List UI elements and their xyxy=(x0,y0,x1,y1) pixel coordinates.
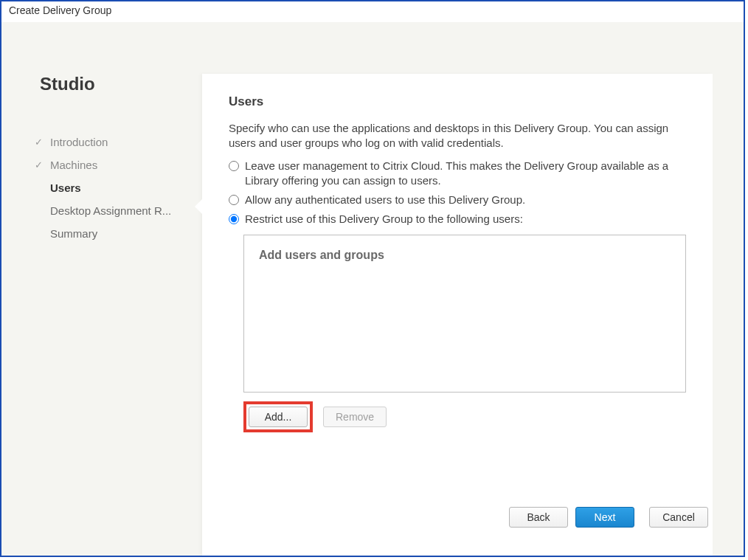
sidebar-steps: ✓ Introduction ✓ Machines ✓ Users ✓ Desk… xyxy=(32,134,202,241)
step-label: Users xyxy=(50,182,81,194)
sidebar-step-machines[interactable]: ✓ Machines xyxy=(32,157,202,173)
radio-any-authenticated[interactable] xyxy=(229,195,239,205)
step-label: Summary xyxy=(50,227,97,240)
step-label: Machines xyxy=(50,159,97,171)
wizard-window: Create Delivery Group Studio ✓ Introduct… xyxy=(0,0,745,557)
check-icon: ✓ xyxy=(32,159,44,170)
main-panel: Users Specify who can use the applicatio… xyxy=(202,74,713,556)
sidebar-step-introduction[interactable]: ✓ Introduction xyxy=(32,134,202,150)
nav-group: Back Next xyxy=(509,507,634,528)
option-citrix-cloud[interactable]: Leave user management to Citrix Cloud. T… xyxy=(229,159,686,189)
sidebar-step-desktop-assignment[interactable]: ✓ Desktop Assignment R... xyxy=(32,203,202,218)
back-button[interactable]: Back xyxy=(509,507,568,528)
sidebar-step-users[interactable]: ✓ Users xyxy=(32,180,202,196)
option-restrict-users[interactable]: Restrict use of this Delivery Group to t… xyxy=(229,212,686,227)
check-icon: ✓ xyxy=(32,136,44,148)
list-buttons-row: Add... Remove xyxy=(243,401,686,432)
radio-restrict-users[interactable] xyxy=(229,214,239,224)
wizard-sidebar: Studio ✓ Introduction ✓ Machines ✓ Users xyxy=(32,74,202,556)
radio-citrix-cloud[interactable] xyxy=(229,161,239,171)
sidebar-step-summary[interactable]: ✓ Summary xyxy=(32,226,202,241)
users-list-placeholder: Add users and groups xyxy=(259,249,671,262)
users-list-box[interactable]: Add users and groups xyxy=(243,235,686,393)
highlight-add-button: Add... xyxy=(243,401,313,432)
step-label: Desktop Assignment R... xyxy=(50,204,171,217)
sidebar-title: Studio xyxy=(32,74,202,94)
option-label[interactable]: Leave user management to Citrix Cloud. T… xyxy=(245,159,686,189)
main-row: Studio ✓ Introduction ✓ Machines ✓ Users xyxy=(1,22,744,556)
footer-buttons: Back Next Cancel xyxy=(509,507,708,528)
option-label[interactable]: Allow any authenticated users to use thi… xyxy=(245,193,525,207)
next-button[interactable]: Next xyxy=(575,507,634,528)
add-button[interactable]: Add... xyxy=(249,407,308,427)
remove-button[interactable]: Remove xyxy=(323,407,387,427)
option-label[interactable]: Restrict use of this Delivery Group to t… xyxy=(245,212,523,227)
page-heading: Users xyxy=(229,94,686,109)
step-label: Introduction xyxy=(50,136,108,148)
window-title: Create Delivery Group xyxy=(1,1,744,22)
page-description: Specify who can use the applications and… xyxy=(229,121,686,151)
option-any-authenticated[interactable]: Allow any authenticated users to use thi… xyxy=(229,193,686,207)
content-area: Studio ✓ Introduction ✓ Machines ✓ Users xyxy=(1,22,744,556)
cancel-button[interactable]: Cancel xyxy=(649,507,708,528)
